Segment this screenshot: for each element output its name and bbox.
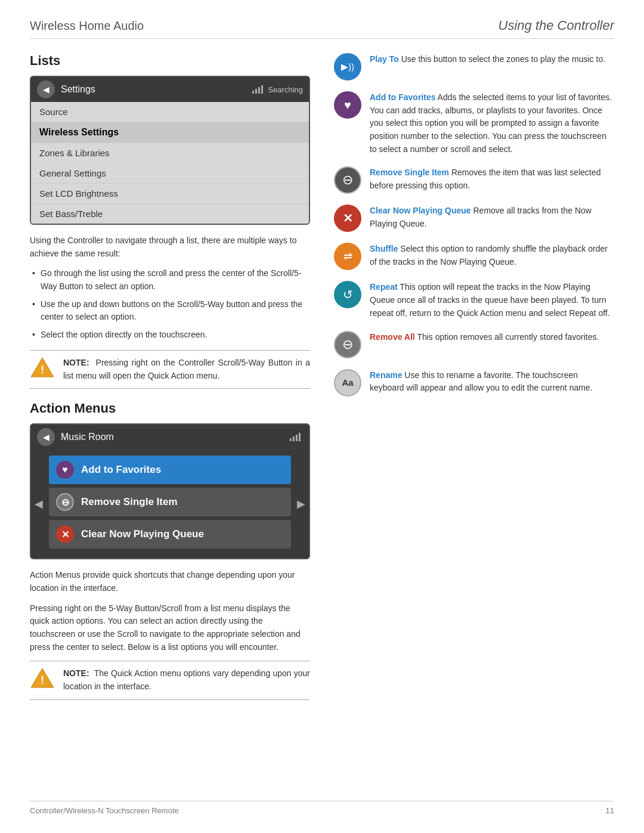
searching-badge: Searching — [252, 85, 303, 94]
action-note-box: ! NOTE: The Quick Action menu options va… — [30, 661, 310, 699]
list-item-zones[interactable]: Zones & Libraries — [31, 143, 309, 163]
heart-icon: ♥ — [56, 461, 74, 479]
action-signal-bars — [290, 433, 301, 441]
add-favorites-label: Add to Favorites — [81, 464, 161, 476]
play-to-term: Play To — [370, 54, 399, 64]
repeat-icon: ↺ — [334, 281, 361, 308]
main-content: Lists ◀ Settings Search — [30, 53, 614, 712]
list-item-lcd-brightness[interactable]: Set LCD Brightness — [31, 184, 309, 204]
action-ui-mockup: ◀ Music Room ◀ ▶ — [30, 423, 310, 559]
minus-icon: ⊖ — [56, 493, 74, 511]
remove-all-icon: ⊖ — [334, 331, 361, 358]
action-note-triangle-icon: ! — [30, 667, 55, 689]
bullet-item-1: Go through the list using the scroll and… — [30, 267, 310, 293]
lists-back-button[interactable]: ◀ — [37, 80, 55, 98]
shuffle-desc: Shuffle Select this option to randomly s… — [370, 243, 614, 268]
remove-all-term: Remove All — [370, 332, 415, 342]
action-item-clear-queue[interactable]: ✕ Clear Now Playing Queue — [49, 520, 291, 549]
lists-bullet-list: Go through the list using the scroll and… — [30, 267, 310, 341]
action-items-container: ◀ ▶ ♥ Add to Favorites ⊖ Remove Single I… — [31, 450, 309, 558]
clear-queue-label: Clear Now Playing Queue — [81, 528, 204, 540]
action-item-remove-single[interactable]: ⊖ Remove Single Item — [49, 488, 291, 516]
action-right-arrow-icon[interactable]: ▶ — [297, 497, 305, 510]
signal-bars-icon — [252, 85, 263, 94]
list-item-source[interactable]: Source — [31, 102, 309, 122]
action-body2: Pressing right on the 5-Way Button/Scrol… — [30, 602, 310, 654]
icon-row-play-to: ▶)) Play To Use this button to select th… — [334, 53, 614, 80]
lists-section-title: Lists — [30, 53, 310, 69]
svg-text:!: ! — [41, 674, 44, 686]
list-item-general-settings[interactable]: General Settings — [31, 163, 309, 184]
action-ui-header: ◀ Music Room — [31, 425, 309, 450]
repeat-term: Repeat — [370, 282, 398, 292]
header-left-title: Wireless Home Audio — [30, 19, 144, 33]
page-header: Wireless Home Audio Using the Controller — [30, 18, 614, 39]
icon-row-clear-queue: ✕ Clear Now Playing Queue Remove all tra… — [334, 205, 614, 232]
repeat-desc: Repeat This option will repeat the track… — [370, 281, 614, 320]
list-item-bass-treble[interactable]: Set Bass/Treble — [31, 204, 309, 224]
page-footer: Controller/Wireless-N Touchscreen Remote… — [30, 801, 614, 815]
left-column: Lists ◀ Settings Search — [30, 53, 310, 712]
action-signal-badge — [290, 433, 303, 441]
footer-right: 11 — [606, 806, 614, 815]
rename-term: Rename — [370, 370, 402, 380]
action-note-text: NOTE: The Quick Action menu options vary… — [63, 667, 310, 693]
icon-row-shuffle: ⇌ Shuffle Select this option to randomly… — [334, 243, 614, 270]
add-favorites-icon: ♥ — [334, 91, 361, 119]
clear-queue-desc: Clear Now Playing Queue Remove all track… — [370, 205, 614, 230]
remove-single-icon: ⊖ — [334, 166, 361, 194]
action-left-arrow-icon[interactable]: ◀ — [35, 497, 43, 510]
icon-row-remove-single: ⊖ Remove Single Item Removes the item th… — [334, 166, 614, 194]
header-right-title: Using the Controller — [499, 18, 614, 33]
icon-row-remove-all: ⊖ Remove All This option removes all cur… — [334, 331, 614, 358]
add-favorites-desc: Add to Favorites Adds the selected items… — [370, 91, 614, 156]
play-to-desc: Play To Use this button to select the zo… — [370, 53, 605, 66]
footer-left: Controller/Wireless-N Touchscreen Remote — [30, 806, 179, 815]
lists-note-text: NOTE: Pressing right on the Controller S… — [63, 357, 310, 382]
rename-desc: Rename Use this to rename a favorite. Th… — [370, 369, 614, 395]
action-note-label: NOTE: — [63, 668, 89, 678]
lists-ui-header: ◀ Settings Searching — [31, 77, 309, 102]
icon-row-repeat: ↺ Repeat This option will repeat the tra… — [334, 281, 614, 320]
remove-single-label: Remove Single Item — [81, 496, 178, 508]
searching-label: Searching — [268, 85, 303, 94]
rename-icon: Aa — [334, 369, 361, 397]
rename-text: Use this to rename a favorite. The touch… — [370, 370, 593, 393]
note-triangle-icon: ! — [30, 357, 55, 378]
remove-single-term: Remove Single Item — [370, 168, 449, 177]
icon-row-add-favorites: ♥ Add to Favorites Adds the selected ite… — [334, 91, 614, 156]
clear-queue-icon: ✕ — [334, 205, 361, 232]
list-item-wireless-settings[interactable]: Wireless Settings — [31, 122, 309, 143]
action-section-title: Action Menus — [30, 401, 310, 416]
x-icon: ✕ — [56, 525, 74, 543]
lists-ui-mockup: ◀ Settings Searching Source — [30, 76, 310, 225]
repeat-text: This option will repeat the tracks in th… — [370, 282, 610, 317]
svg-text:!: ! — [41, 364, 44, 376]
add-favorites-term: Add to Favorites — [370, 92, 435, 102]
bullet-item-2: Use the up and down buttons on the Scrol… — [30, 298, 310, 324]
play-to-text: Use this button to select the zones to p… — [401, 54, 605, 64]
action-body1: Action Menus provide quick shortcuts tha… — [30, 569, 310, 594]
clear-queue-term: Clear Now Playing Queue — [370, 206, 471, 215]
shuffle-term: Shuffle — [370, 244, 398, 253]
shuffle-icon: ⇌ — [334, 243, 361, 270]
lists-body1: Using the Controller to navigate through… — [30, 234, 310, 260]
bullet-item-3: Select the option directly on the touchs… — [30, 329, 310, 342]
action-back-button[interactable]: ◀ — [37, 428, 55, 446]
right-column: ▶)) Play To Use this button to select th… — [334, 53, 614, 712]
remove-all-desc: Remove All This option removes all curre… — [370, 331, 599, 344]
play-to-icon: ▶)) — [334, 53, 361, 80]
remove-single-desc: Remove Single Item Removes the item that… — [370, 166, 614, 192]
icon-row-rename: Aa Rename Use this to rename a favorite.… — [334, 369, 614, 397]
action-back-icon: ◀ — [43, 432, 49, 442]
action-item-add-favorites[interactable]: ♥ Add to Favorites — [49, 456, 291, 484]
back-icon: ◀ — [43, 85, 49, 94]
lists-note-box: ! NOTE: Pressing right on the Controller… — [30, 350, 310, 389]
remove-all-text: This option removes all currently stored… — [417, 332, 599, 342]
action-ui-title: Music Room — [61, 432, 290, 442]
lists-menu-items: Source Wireless Settings Zones & Librari… — [31, 102, 309, 224]
note-label: NOTE: — [63, 358, 89, 367]
shuffle-text: Select this option to randomly shuffle t… — [370, 244, 608, 267]
lists-ui-title: Settings — [61, 84, 252, 95]
